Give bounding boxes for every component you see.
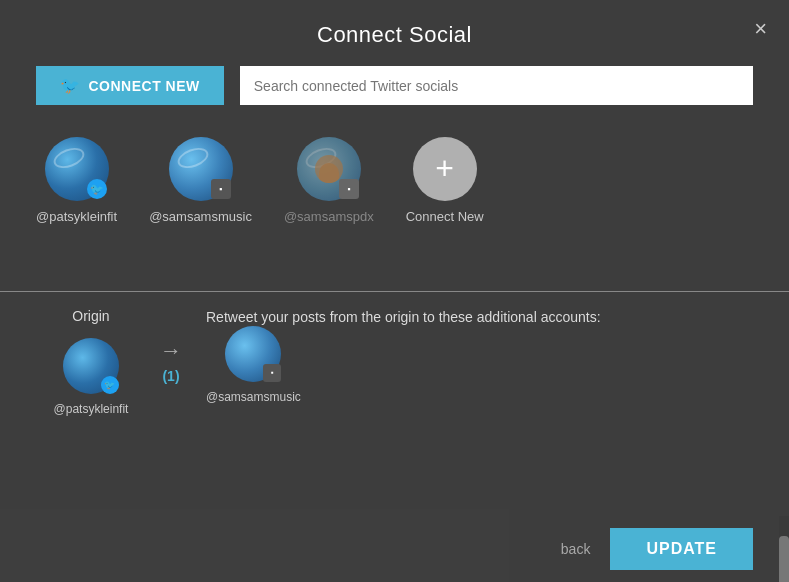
origin-section: Origin 🐦 @patsykleinfit → (1) Retweet yo…: [36, 308, 753, 517]
back-button[interactable]: back: [561, 541, 591, 557]
connect-plus-icon: +: [435, 152, 454, 184]
retweet-badge-1: ▪: [263, 364, 281, 382]
retweet-accounts: ▪ @samsamsmusic: [206, 326, 753, 404]
update-button[interactable]: UPDATE: [610, 528, 753, 570]
account-item-samsamspdx[interactable]: ▪ @samsamspdx: [284, 137, 374, 224]
retweet-handle-1: @samsamsmusic: [206, 390, 301, 404]
toolbar: 🐦 CONNECT NEW: [36, 66, 753, 105]
avatar-wrap-3: ▪: [297, 137, 361, 201]
scrollbar-thumb[interactable]: [779, 536, 789, 582]
badge-square-2: ▪: [211, 179, 231, 199]
twitter-icon: 🐦: [60, 76, 81, 95]
account-handle-2: @samsamsmusic: [149, 209, 252, 224]
account-item-samsamsmusic[interactable]: ▪ @samsamsmusic: [149, 137, 252, 224]
origin-badge: 🐦: [101, 376, 119, 394]
modal-backdrop: Connect Social × 🐦 CONNECT NEW 🐦 @patsyk…: [0, 0, 789, 582]
origin-avatar-wrap: 🐦: [63, 338, 119, 394]
origin-label: Origin: [72, 308, 109, 324]
account-handle-1: @patsykleinfit: [36, 209, 117, 224]
retweet-col: Retweet your posts from the origin to th…: [196, 308, 753, 404]
account-item-patsykleinfit[interactable]: 🐦 @patsykleinfit: [36, 137, 117, 224]
arrow-col: → (1): [146, 308, 196, 384]
retweet-label: Retweet your posts from the origin to th…: [206, 309, 601, 325]
modal-header: Connect Social ×: [0, 0, 789, 66]
avatar-wrap-2: ▪: [169, 137, 233, 201]
origin-account[interactable]: 🐦 @patsykleinfit: [54, 338, 129, 416]
modal-title: Connect Social: [317, 22, 472, 47]
account-handle-3: @samsamspdx: [284, 209, 374, 224]
bottom-section: Origin 🐦 @patsykleinfit → (1) Retweet yo…: [0, 292, 789, 517]
origin-handle: @patsykleinfit: [54, 402, 129, 416]
footer: back UPDATE: [0, 516, 789, 582]
close-button[interactable]: ×: [754, 18, 767, 40]
badge-twitter-1: 🐦: [87, 179, 107, 199]
accounts-grid: 🐦 @patsykleinfit ▪ @samsamsmusic: [36, 129, 753, 232]
connect-new-label-grid: Connect New: [406, 209, 484, 224]
avatar-connect: +: [413, 137, 477, 201]
modal-body: 🐦 CONNECT NEW 🐦 @patsykleinfit ▪: [0, 66, 789, 275]
retweet-count: (1): [162, 368, 179, 384]
retweet-account-samsamsmusic[interactable]: ▪ @samsamsmusic: [206, 326, 301, 404]
origin-col: Origin 🐦 @patsykleinfit: [36, 308, 146, 416]
avatar-wrap-connect: +: [413, 137, 477, 201]
connect-new-button[interactable]: 🐦 CONNECT NEW: [36, 66, 224, 105]
connect-new-label: CONNECT NEW: [89, 78, 200, 94]
avatar-wrap-1: 🐦: [45, 137, 109, 201]
arrow-icon: →: [160, 338, 182, 364]
badge-square-3: ▪: [339, 179, 359, 199]
search-input[interactable]: [240, 66, 753, 105]
account-item-connect-new[interactable]: + Connect New: [406, 137, 484, 224]
retweet-avatar-wrap-1: ▪: [225, 326, 281, 382]
scrollbar[interactable]: [779, 516, 789, 582]
